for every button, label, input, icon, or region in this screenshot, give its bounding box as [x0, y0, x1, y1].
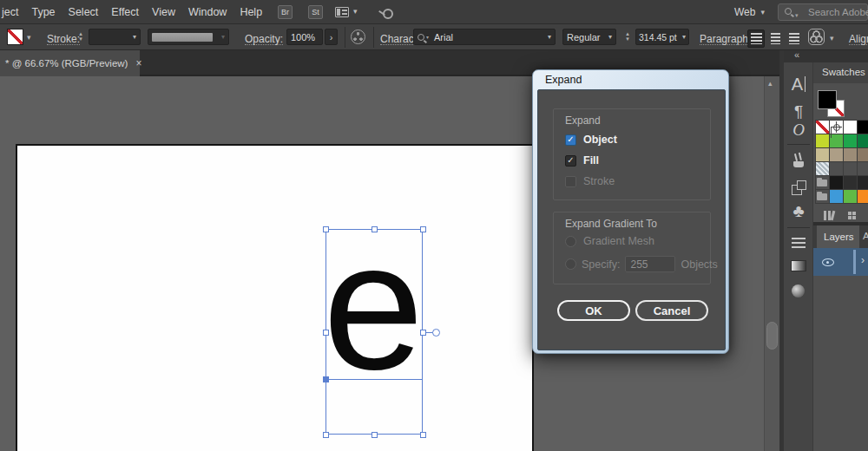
stroke-checkbox: [565, 176, 576, 187]
swatch[interactable]: [830, 176, 843, 189]
menu-item-view[interactable]: View: [152, 6, 175, 18]
gradient-panel-icon[interactable]: [791, 260, 806, 271]
swatch[interactable]: [816, 148, 829, 161]
search-input[interactable]: ▾ Search Adobe: [778, 3, 868, 21]
baseline-anchor-handle[interactable]: [323, 376, 329, 382]
swatch[interactable]: [844, 134, 857, 147]
swatch-kinds-icon[interactable]: [848, 212, 856, 219]
font-family-dropdown[interactable]: ▾ Arial ▾: [413, 29, 556, 45]
tab-layers[interactable]: Layers: [817, 226, 859, 248]
swatch-grid: [815, 120, 868, 204]
selection-handle[interactable]: [420, 330, 426, 336]
swatch-libraries-icon[interactable]: [824, 211, 835, 220]
swatch[interactable]: [858, 121, 868, 134]
swatch[interactable]: [830, 134, 843, 147]
swatch[interactable]: [830, 190, 843, 203]
fill-chevron-icon[interactable]: ▾: [27, 33, 31, 42]
selection-handle[interactable]: [323, 330, 329, 336]
width-profile-dropdown[interactable]: ▾: [148, 29, 229, 45]
selection-handle[interactable]: [372, 432, 378, 438]
align-label[interactable]: Align: [849, 34, 868, 45]
swatch[interactable]: [844, 148, 857, 161]
center-point-handle[interactable]: [432, 329, 440, 337]
swatch[interactable]: [816, 176, 829, 189]
object-checkbox[interactable]: ✓: [565, 134, 576, 146]
fill-none-swatch[interactable]: [7, 29, 23, 45]
artboard: [16, 144, 534, 451]
scrollbar-thumb[interactable]: [766, 322, 778, 350]
menu-item-help[interactable]: Help: [240, 6, 262, 18]
swatch[interactable]: [830, 148, 843, 161]
layer-expand-icon[interactable]: ›: [861, 254, 865, 266]
swatch[interactable]: [816, 190, 829, 203]
layer-row-selected[interactable]: ›: [813, 248, 868, 276]
font-size-stepper[interactable]: ▴ ▾: [623, 31, 632, 42]
vertical-scrollbar[interactable]: ▴: [764, 76, 779, 451]
layers-panel-icon[interactable]: [792, 238, 806, 248]
menu-item-window[interactable]: Window: [188, 6, 227, 18]
tab-artboards[interactable]: Artboards: [863, 231, 868, 241]
align-left-button[interactable]: [747, 29, 765, 48]
fill-checkbox[interactable]: ✓: [565, 155, 576, 167]
chevron-down-icon: ▾: [682, 33, 686, 41]
share-icon[interactable]: [378, 6, 391, 17]
align-right-button[interactable]: [786, 29, 803, 48]
character-panel-icon[interactable]: A: [784, 75, 813, 95]
warp-options-icon[interactable]: [808, 29, 825, 45]
align-center-button[interactable]: [766, 29, 784, 48]
swatch[interactable]: [816, 121, 829, 134]
swatch[interactable]: [816, 162, 829, 175]
opacity-field[interactable]: 100%: [286, 29, 323, 45]
menu-item-effect[interactable]: Effect: [111, 6, 139, 18]
menu-item-object[interactable]: ject: [2, 6, 18, 18]
selection-handle[interactable]: [323, 226, 329, 232]
selection-handle[interactable]: [372, 226, 378, 232]
swatch[interactable]: [816, 134, 829, 147]
opentype-panel-icon[interactable]: O: [784, 121, 813, 140]
visibility-eye-icon[interactable]: [822, 258, 834, 266]
swatch[interactable]: [830, 121, 843, 134]
stepper-down-icon[interactable]: ▾: [79, 36, 82, 42]
scroll-up-icon[interactable]: ▴: [768, 79, 773, 88]
tab-close-icon[interactable]: ×: [135, 57, 141, 69]
stroke-weight-stepper[interactable]: ▴ ▾: [76, 31, 85, 42]
selection-handle[interactable]: [420, 432, 426, 438]
swatch[interactable]: [844, 190, 857, 203]
swatch[interactable]: [858, 134, 868, 147]
cancel-button[interactable]: Cancel: [635, 300, 708, 321]
document-tab[interactable]: * @ 66.67% (RGB/Preview) ×: [0, 50, 140, 76]
transparency-panel-icon[interactable]: [792, 284, 805, 297]
collapse-panels-icon[interactable]: «: [794, 49, 799, 60]
swatch[interactable]: [844, 121, 857, 134]
brushes-panel-icon[interactable]: [792, 154, 806, 168]
stepper-down-icon[interactable]: ▾: [626, 36, 629, 42]
arrange-documents-chevron-icon[interactable]: ▾: [353, 7, 358, 16]
font-size-dropdown[interactable]: 314.45 pt ▾: [635, 29, 689, 45]
artboards-panel-icon[interactable]: [792, 180, 806, 194]
swatch[interactable]: [858, 190, 868, 203]
opacity-label[interactable]: Opacity:: [245, 34, 283, 45]
symbols-panel-icon[interactable]: ♣: [784, 201, 813, 221]
swatch[interactable]: [858, 176, 868, 189]
workspace-switcher[interactable]: Web ▾: [734, 0, 765, 24]
warp-chevron-icon[interactable]: ▾: [830, 34, 834, 42]
stock-button[interactable]: St: [308, 5, 323, 19]
bridge-button[interactable]: Br: [278, 5, 293, 19]
menu-item-select[interactable]: Select: [69, 6, 99, 18]
swatch[interactable]: [858, 148, 868, 161]
ok-button[interactable]: OK: [557, 300, 630, 321]
stroke-label[interactable]: Stroke:: [47, 34, 80, 45]
menu-item-type[interactable]: Type: [31, 6, 55, 18]
stroke-weight-dropdown[interactable]: ▾: [89, 29, 141, 45]
paragraph-label[interactable]: Paragraph:: [700, 34, 751, 45]
recolor-artwork-icon[interactable]: [351, 29, 365, 44]
tab-swatches[interactable]: Swatches: [822, 67, 865, 77]
swatch[interactable]: [844, 176, 857, 189]
arrange-documents-icon[interactable]: [335, 7, 349, 17]
selection-handle[interactable]: [323, 432, 329, 438]
fill-proxy-swatch[interactable]: [818, 90, 837, 109]
selection-handle[interactable]: [420, 226, 426, 232]
opacity-popup-button[interactable]: ›: [325, 29, 338, 45]
paragraph-panel-icon[interactable]: ¶: [784, 102, 813, 121]
font-style-dropdown[interactable]: Regular ▾: [562, 29, 616, 45]
